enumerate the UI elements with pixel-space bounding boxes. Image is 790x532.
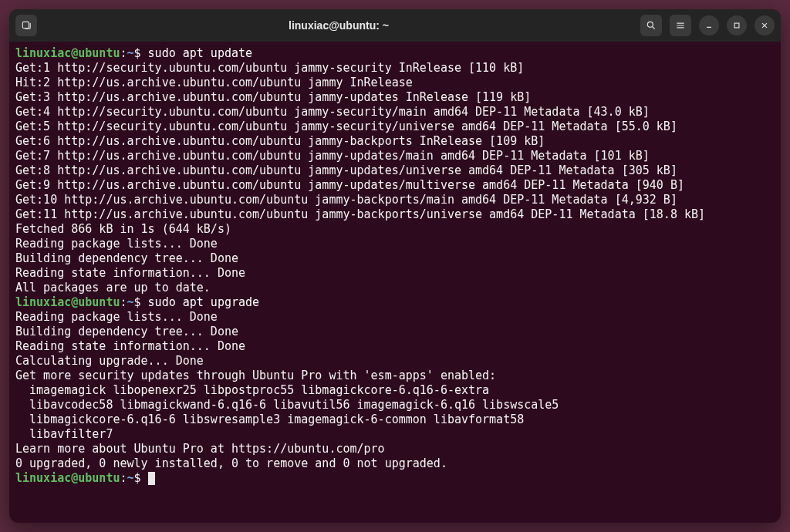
command-text: sudo apt update [148, 46, 252, 60]
output-line: Hit:2 http://us.archive.ubuntu.com/ubunt… [15, 76, 775, 90]
output-line: libmagickcore-6.q16-6 libswresample3 ima… [15, 412, 775, 427]
menu-button[interactable] [670, 15, 691, 36]
prompt-path: ~ [127, 46, 134, 60]
output-line: Fetched 866 kB in 1s (644 kB/s) [15, 222, 775, 237]
prompt-dollar: $ [134, 471, 148, 485]
svg-rect-7 [734, 23, 739, 28]
output-line: Get:6 http://us.archive.ubuntu.com/ubunt… [15, 134, 775, 149]
terminal-viewport[interactable]: linuxiac@ubuntu:~$ sudo apt updateGet:1 … [9, 42, 781, 523]
maximize-button[interactable] [727, 15, 747, 35]
output-line: libavcodec58 libmagickwand-6.q16-6 libav… [15, 398, 775, 412]
output-line: Reading package lists... Done [15, 310, 775, 325]
new-tab-icon [21, 20, 32, 31]
new-tab-button[interactable] [15, 15, 37, 36]
search-icon [646, 20, 657, 31]
prompt-dollar: $ [134, 46, 148, 60]
command-text: sudo apt upgrade [148, 295, 260, 309]
output-line: Reading package lists... Done [15, 237, 775, 251]
search-button[interactable] [640, 15, 662, 36]
maximize-icon [731, 20, 742, 31]
output-line: 0 upgraded, 0 newly installed, 0 to remo… [15, 456, 775, 471]
output-line: Reading state information... Done [15, 266, 775, 281]
output-line: Reading state information... Done [15, 339, 775, 354]
minimize-button[interactable] [699, 15, 719, 35]
prompt-user: linuxiac@ubuntu [15, 295, 120, 309]
prompt-dollar: $ [134, 295, 148, 309]
svg-point-1 [647, 22, 653, 27]
output-line: Calculating upgrade... Done [15, 354, 775, 369]
output-line: Building dependency tree... Done [15, 325, 775, 339]
output-line: Get:7 http://us.archive.ubuntu.com/ubunt… [15, 149, 775, 163]
prompt-colon: : [120, 46, 127, 60]
output-line: Building dependency tree... Done [15, 251, 775, 266]
prompt-user: linuxiac@ubuntu [15, 46, 120, 60]
hamburger-icon [675, 20, 686, 31]
output-line: Get:3 http://us.archive.ubuntu.com/ubunt… [15, 90, 775, 105]
prompt-colon: : [120, 295, 127, 309]
prompt-colon: : [120, 471, 127, 485]
output-line: Get:4 http://security.ubuntu.com/ubuntu … [15, 105, 775, 120]
output-line: Learn more about Ubuntu Pro at https://u… [15, 442, 775, 456]
svg-rect-0 [22, 22, 29, 28]
output-line: libavfilter7 [15, 427, 775, 442]
output-line: Get:11 http://us.archive.ubuntu.com/ubun… [15, 207, 775, 222]
close-button[interactable] [755, 15, 775, 35]
output-line: Get:5 http://security.ubuntu.com/ubuntu … [15, 120, 775, 134]
output-line: All packages are up to date. [15, 281, 775, 295]
output-line: Get:9 http://us.archive.ubuntu.com/ubunt… [15, 178, 775, 193]
prompt-line: linuxiac@ubuntu:~$ sudo apt upgrade [15, 295, 775, 310]
minimize-icon [704, 20, 714, 31]
window-title: linuxiac@ubuntu: ~ [289, 19, 389, 32]
output-line: Get:8 http://us.archive.ubuntu.com/ubunt… [15, 163, 775, 178]
terminal-window: linuxiac@ubuntu: ~ linuxiac@ubuntu:~$ su… [9, 9, 781, 523]
prompt-line: linuxiac@ubuntu:~$ [15, 471, 775, 486]
prompt-path: ~ [127, 295, 134, 309]
output-line: imagemagick libopenexr25 libpostproc55 l… [15, 383, 775, 398]
cursor [148, 472, 155, 485]
prompt-line: linuxiac@ubuntu:~$ sudo apt update [15, 46, 775, 61]
output-line: Get more security updates through Ubuntu… [15, 369, 775, 383]
close-icon [759, 20, 770, 31]
prompt-path: ~ [127, 471, 134, 485]
output-line: Get:10 http://us.archive.ubuntu.com/ubun… [15, 193, 775, 207]
output-line: Get:1 http://security.ubuntu.com/ubuntu … [15, 61, 775, 76]
svg-line-2 [653, 27, 655, 29]
prompt-user: linuxiac@ubuntu [15, 471, 120, 485]
titlebar: linuxiac@ubuntu: ~ [9, 9, 781, 42]
